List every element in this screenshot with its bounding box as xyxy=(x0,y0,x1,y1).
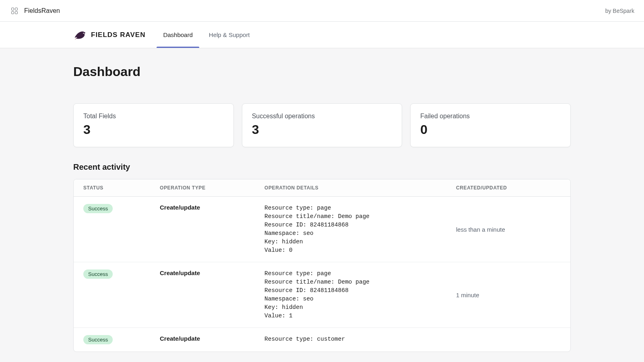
operation-type: Create/update xyxy=(160,204,264,211)
stat-value: 3 xyxy=(252,122,392,137)
stat-value: 3 xyxy=(83,122,224,137)
nav-tabs: Dashboard Help & Support xyxy=(155,22,258,48)
stat-label: Failed operations xyxy=(420,113,561,120)
stat-card-total-fields: Total Fields 3 xyxy=(73,103,234,147)
by-line: by BeSpark xyxy=(605,8,634,14)
stat-value: 0 xyxy=(420,122,561,137)
section-title-recent-activity: Recent activity xyxy=(73,162,571,172)
stat-label: Successful operations xyxy=(252,113,392,120)
apps-grid-icon[interactable] xyxy=(11,8,18,14)
app-name: FieldsRaven xyxy=(24,7,60,14)
operation-type: Create/update xyxy=(160,269,264,276)
table-row: Success Create/update Resource type: pag… xyxy=(74,262,570,328)
stat-card-successful-operations: Successful operations 3 xyxy=(242,103,402,147)
tab-label: Help & Support xyxy=(209,31,250,38)
col-header-status: STATUS xyxy=(83,185,160,191)
col-header-operation-type: OPERATION TYPE xyxy=(160,185,264,191)
created-updated: less than a minute xyxy=(456,226,561,233)
stat-label: Total Fields xyxy=(83,113,224,120)
top-bar-left: FieldsRaven xyxy=(11,7,60,14)
stats-row: Total Fields 3 Successful operations 3 F… xyxy=(73,103,571,147)
brand-text: FIELDS RAVEN xyxy=(91,31,145,39)
table-row: Success Create/update Resource type: pag… xyxy=(74,197,570,262)
stat-card-failed-operations: Failed operations 0 xyxy=(410,103,571,147)
svg-point-0 xyxy=(83,33,84,33)
operation-details: Resource type: page Resource title/name:… xyxy=(264,269,456,320)
status-badge: Success xyxy=(83,335,113,344)
recent-activity-table: STATUS OPERATION TYPE OPERATION DETAILS … xyxy=(73,179,571,352)
tab-help-support[interactable]: Help & Support xyxy=(201,22,258,48)
operation-details: Resource type: page Resource title/name:… xyxy=(264,204,456,255)
top-bar: FieldsRaven by BeSpark xyxy=(0,0,644,22)
table-header-row: STATUS OPERATION TYPE OPERATION DETAILS … xyxy=(74,179,570,197)
table-row: Success Create/update Resource type: cus… xyxy=(74,328,570,352)
col-header-operation-details: OPERATION DETAILS xyxy=(264,185,456,191)
tab-dashboard[interactable]: Dashboard xyxy=(155,22,200,48)
created-updated: 1 minute xyxy=(456,292,561,298)
status-badge: Success xyxy=(83,204,113,213)
status-badge: Success xyxy=(83,269,113,279)
brand[interactable]: FIELDS RAVEN xyxy=(73,28,145,42)
col-header-created-updated: CREATED/UPDATED xyxy=(456,185,561,191)
page-content: Dashboard Total Fields 3 Successful oper… xyxy=(29,48,615,362)
operation-type: Create/update xyxy=(160,335,264,342)
raven-icon xyxy=(73,28,87,42)
tab-label: Dashboard xyxy=(163,31,192,38)
operation-details: Resource type: customer xyxy=(264,335,456,343)
page-title: Dashboard xyxy=(73,64,571,79)
nav-bar: FIELDS RAVEN Dashboard Help & Support xyxy=(0,22,644,48)
